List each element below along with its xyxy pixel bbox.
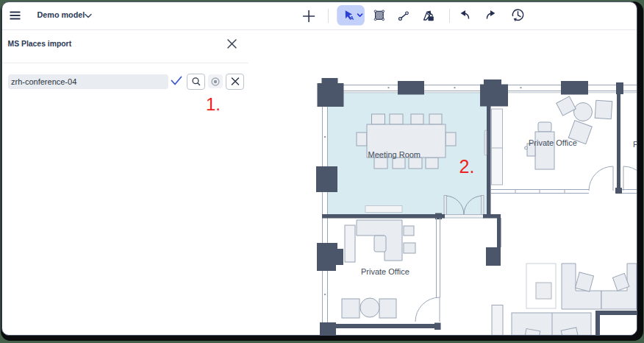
svg-text:Private Office: Private Office bbox=[361, 267, 409, 276]
svg-text:Private Office: Private Office bbox=[529, 138, 577, 147]
svg-text:A: A bbox=[349, 15, 354, 21]
svg-text:Pr: Pr bbox=[633, 140, 638, 149]
svg-text:Meeting Room: Meeting Room bbox=[368, 150, 421, 159]
